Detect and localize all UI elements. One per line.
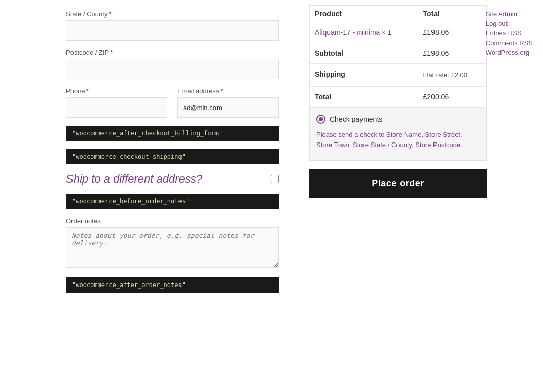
ship-different-section: Ship to a different address?	[66, 172, 279, 186]
ship-different-checkbox[interactable]	[271, 175, 279, 183]
product-link[interactable]: Aliquam-17 - minima	[315, 28, 380, 37]
site-admin-link[interactable]: Site Admin	[486, 10, 533, 18]
hook-checkout-shipping: "woocommerce_checkout_shipping"	[66, 149, 279, 164]
order-summary-wrapper: Product Total Aliquam-17 - minima × 1 £1…	[309, 5, 487, 161]
required-star-4: *	[220, 87, 223, 95]
payment-option: Check payments	[316, 115, 480, 124]
col-total: Total	[418, 6, 486, 22]
col-product: Product	[310, 6, 418, 22]
required-star-2: *	[110, 49, 113, 56]
postcode-zip-input[interactable]	[66, 59, 279, 79]
email-input[interactable]	[177, 97, 279, 118]
ship-different-heading: Ship to a different address?	[66, 172, 202, 186]
state-county-group: State / County*	[66, 10, 279, 41]
sidebar-links: Site Admin Log out Entries RSS Comments …	[486, 10, 533, 56]
state-county-label: State / County*	[66, 10, 279, 18]
comments-rss-link[interactable]: Comments RSS	[486, 39, 533, 47]
order-notes-group: Order notes	[66, 217, 279, 269]
product-row: Aliquam-17 - minima × 1 £198.06	[310, 22, 486, 43]
wordpress-org-link[interactable]: WordPress.org	[486, 49, 533, 56]
radio-icon	[316, 115, 325, 124]
email-label: Email address*	[177, 87, 279, 95]
email-group: Email address*	[177, 87, 279, 118]
product-qty: × 1	[382, 29, 391, 37]
product-cell: Aliquam-17 - minima × 1	[310, 22, 418, 43]
order-notes-textarea[interactable]	[66, 227, 279, 268]
shipping-value: Flat rate: £2.00	[418, 64, 486, 87]
subtotal-value: £198.06	[418, 43, 486, 64]
phone-group: Phone*	[66, 87, 167, 118]
shipping-label: Shipping	[310, 64, 418, 87]
payment-description: Please send a check to Store Name, Store…	[316, 130, 480, 151]
total-label: Total	[310, 86, 418, 107]
total-value: £200.06	[418, 86, 486, 107]
order-summary: Product Total Aliquam-17 - minima × 1 £1…	[309, 0, 487, 392]
state-county-input[interactable]	[66, 20, 279, 41]
subtotal-row: Subtotal £198.06	[310, 43, 486, 64]
required-star: *	[108, 10, 111, 18]
place-order-button[interactable]: Place order	[309, 169, 487, 198]
order-notes-label: Order notes	[66, 217, 279, 225]
hook-after-billing: "woocommerce_after_checkout_billing_form…	[66, 126, 279, 141]
product-price: £198.06	[418, 22, 486, 43]
hook-before-order-notes: "woocommerce_before_order_notes"	[66, 194, 279, 209]
entries-rss-link[interactable]: Entries RSS	[486, 29, 533, 37]
postcode-zip-group: Postcode / ZIP*	[66, 49, 279, 79]
shipping-row: Shipping Flat rate: £2.00	[310, 64, 486, 87]
postcode-zip-label: Postcode / ZIP*	[66, 49, 279, 56]
phone-email-row: Phone* Email address*	[66, 87, 279, 126]
hook-after-order-notes: "woocommerce_after_order_notes"	[66, 277, 279, 293]
total-row: Total £200.06	[310, 86, 486, 107]
form-area: State / County* Postcode / ZIP* Phone* E…	[0, 0, 299, 392]
subtotal-label: Subtotal	[310, 43, 418, 64]
payment-label[interactable]: Check payments	[330, 115, 382, 123]
radio-icon-inner	[319, 117, 323, 121]
phone-input[interactable]	[66, 97, 167, 118]
payment-section: Check payments Please send a check to St…	[310, 108, 486, 161]
phone-label: Phone*	[66, 87, 167, 95]
order-table: Product Total Aliquam-17 - minima × 1 £1…	[310, 6, 486, 108]
required-star-3: *	[86, 87, 89, 95]
log-out-link[interactable]: Log out	[486, 20, 533, 27]
